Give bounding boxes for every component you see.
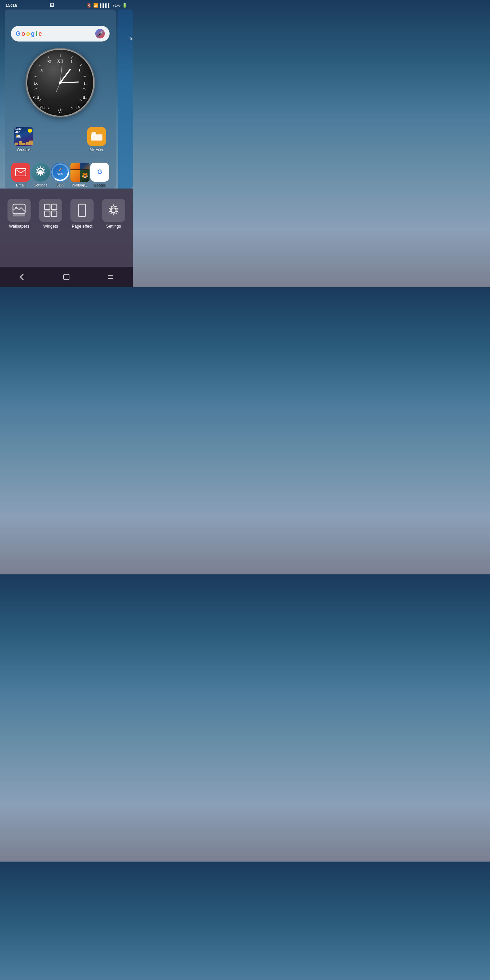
- app-icon-settings[interactable]: Settings: [30, 163, 50, 187]
- settings-label: Settings: [34, 183, 47, 187]
- svg-line-29: [56, 83, 60, 92]
- email-label: Email: [16, 183, 25, 187]
- search-bar[interactable]: Google 🎤: [11, 26, 110, 41]
- svg-line-26: [60, 69, 70, 83]
- dock-item-settings[interactable]: Settings: [100, 199, 127, 229]
- mic-button[interactable]: 🎤: [95, 29, 105, 38]
- svg-point-48: [111, 208, 116, 213]
- app-icon-wallpaper[interactable]: 🐯 Wallpap...: [70, 163, 90, 187]
- svg-line-10: [34, 88, 37, 89]
- wm-cell-3: [70, 170, 80, 182]
- svg-rect-43: [45, 204, 50, 210]
- svg-line-12: [39, 65, 41, 66]
- svg-point-30: [59, 81, 62, 84]
- status-time: 15:18: [5, 3, 18, 8]
- svg-text:VI: VI: [58, 109, 63, 114]
- g-letter-blue: G: [16, 30, 21, 37]
- dock-wallpapers-label: Wallpapers: [9, 224, 29, 229]
- homescreen: 15:18 🖼 🔇 📶 ▌▌▌▌ 71% 🔋 W Google 🎤: [0, 0, 133, 287]
- app-row-1: 10:50 25° ⛅ Weather: [10, 127, 111, 151]
- status-image-icon: 🖼: [50, 3, 54, 8]
- rocket-icon: 🚀 61%: [51, 163, 70, 182]
- myfiles-svg: [91, 132, 102, 141]
- svg-text:II: II: [84, 81, 87, 86]
- dock-pageeffect-icon-box: [70, 199, 94, 222]
- svg-text:XII: XII: [57, 59, 64, 64]
- rocket-container: 🚀 61%: [51, 163, 70, 182]
- dock-wallpapers-icon-box: [8, 199, 30, 222]
- svg-text:I: I: [79, 68, 80, 73]
- dock-settings-svg: [106, 203, 121, 218]
- g-letter-green: l: [36, 30, 37, 37]
- dock-widgets-svg: [43, 203, 58, 218]
- right-peek-panel: W: [118, 10, 133, 189]
- svg-text:IX: IX: [34, 81, 38, 86]
- svg-line-6: [71, 107, 73, 109]
- svg-line-11: [34, 76, 37, 77]
- dock-settings-icon-box: [102, 199, 125, 222]
- back-arrow-icon: [18, 273, 26, 281]
- app-icon-rocket[interactable]: 🚀 61% 61%: [50, 163, 70, 187]
- recent-apps-icon: [107, 273, 115, 281]
- dock-settings-label: Settings: [106, 224, 121, 229]
- svg-line-3: [83, 76, 86, 77]
- myfiles-icon: [87, 127, 106, 146]
- nav-recent-button[interactable]: [104, 270, 118, 284]
- dock-item-widgets[interactable]: Widgets: [37, 199, 64, 229]
- svg-rect-33: [16, 169, 26, 176]
- myfiles-label: My Files: [90, 147, 104, 151]
- svg-point-41: [15, 207, 18, 208]
- bar-5: [29, 140, 33, 145]
- battery-percent: 71%: [112, 3, 121, 8]
- weather-sun-icon: [28, 129, 32, 133]
- dock-item-pageeffect[interactable]: Page effect: [68, 199, 95, 229]
- wifi-icon: 📶: [93, 3, 98, 8]
- svg-rect-49: [64, 274, 69, 280]
- svg-rect-46: [51, 211, 57, 216]
- settings-icon: [31, 163, 50, 182]
- wm-cell-4: 🐯: [80, 170, 90, 182]
- clock-svg: XII I II III IV VI VII VIII IX X XI I: [27, 50, 93, 116]
- weather-widget-icon: 10:50 25° ⛅: [14, 127, 33, 146]
- bar-3: [22, 143, 25, 145]
- nav-back-button[interactable]: [15, 270, 29, 284]
- email-icon: [11, 163, 30, 182]
- g-letter-red: o: [21, 30, 25, 37]
- svg-line-4: [83, 88, 86, 89]
- google-logo: Google: [16, 30, 42, 37]
- dock-item-wallpapers[interactable]: Wallpapers: [5, 199, 33, 229]
- svg-rect-47: [79, 204, 86, 216]
- nav-home-button[interactable]: [60, 270, 73, 284]
- bottom-dock: Wallpapers Widgets: [0, 189, 133, 287]
- g-letter-red2: e: [38, 30, 42, 37]
- svg-text:XI: XI: [47, 60, 51, 64]
- signal-icon: ▌▌▌▌: [100, 3, 111, 8]
- app-icon-myfiles[interactable]: My Files: [86, 127, 108, 151]
- svg-line-13: [48, 56, 49, 59]
- g-letter-blue2: g: [31, 30, 35, 37]
- main-panel: Google 🎤: [5, 10, 116, 189]
- weather-label: Weather: [17, 147, 30, 151]
- svg-text:VIII: VIII: [32, 95, 39, 100]
- settings-svg: [35, 166, 46, 178]
- nav-bar: [0, 267, 133, 287]
- right-peek-text: W: [118, 37, 133, 40]
- clock-face: XII I II III IV VI VII VIII IX X XI I: [26, 49, 94, 117]
- app-icon-email[interactable]: Email: [11, 163, 30, 187]
- rocket-label: 61%: [56, 183, 64, 187]
- svg-line-8: [48, 107, 49, 109]
- wm-cell-2: [80, 163, 90, 169]
- app-icon-weather[interactable]: 10:50 25° ⛅ Weather: [13, 127, 35, 151]
- rocket-svg: 🚀 61%: [51, 163, 70, 182]
- google-label: Google: [94, 183, 105, 187]
- svg-line-1: [71, 56, 73, 59]
- app-icon-google[interactable]: G Google: [90, 163, 110, 187]
- svg-text:🚀: 🚀: [59, 168, 62, 171]
- wm-cell-1: [70, 163, 80, 169]
- dock-widgets-label: Widgets: [43, 224, 58, 229]
- google-app-icon: G: [90, 163, 109, 182]
- wallpaper-label: Wallpap...: [72, 183, 89, 187]
- svg-text:G: G: [97, 169, 102, 175]
- mute-icon: 🔇: [86, 3, 92, 8]
- home-square-icon: [62, 273, 70, 281]
